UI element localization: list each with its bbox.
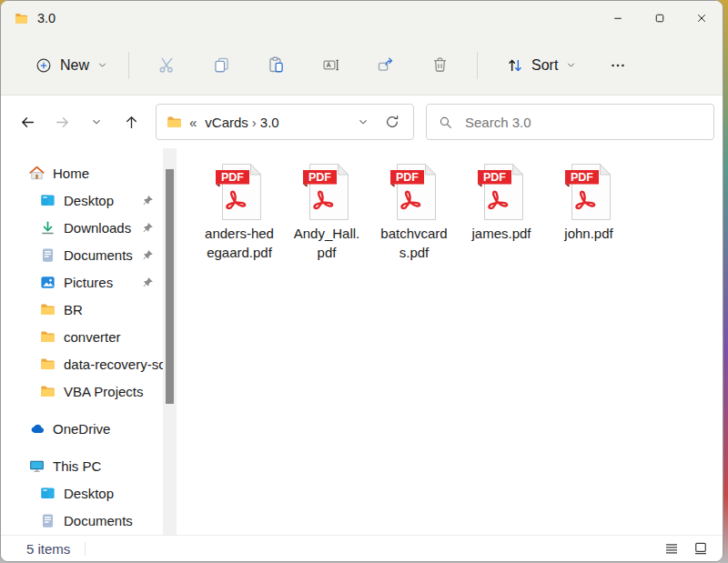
file-name-label: anders-hedegaard.pdf [205, 224, 274, 262]
chevron-down-icon [565, 59, 577, 71]
thumbnails-view-icon [693, 540, 709, 557]
close-button[interactable] [681, 1, 723, 35]
sidebar-item-label: converter [64, 329, 121, 345]
sidebar-item-vba-projects[interactable]: VBA Projects [1, 377, 163, 405]
file-name-label: batchvcards.pdf [380, 224, 447, 262]
file-batchvcards.pdf[interactable]: PDFbatchvcards.pdf [377, 163, 451, 262]
sidebar-item-br[interactable]: BR [1, 296, 163, 323]
window-title: 3.0 [37, 11, 56, 25]
file-name-label: james.pdf [471, 224, 531, 243]
address-dropdown-button[interactable] [351, 110, 375, 134]
pin-icon [141, 194, 155, 207]
content-area: HomeDesktopDownloadsDocumentsPicturesBRc… [1, 148, 723, 535]
pdf-icon: PDF [300, 163, 353, 221]
sidebar-item-label: data-recovery-so [64, 357, 163, 372]
sidebar-item-home[interactable]: Home [1, 159, 163, 186]
file-anders-hedegaard.pdf[interactable]: PDFanders-hedegaard.pdf [202, 163, 277, 262]
see-more-button[interactable] [601, 48, 635, 83]
search-input[interactable] [463, 114, 703, 131]
file-Andy_Hall.pdf[interactable]: PDFAndy_Hall.pdf [289, 163, 364, 262]
sort-button[interactable]: Sort [497, 48, 586, 83]
minimize-button[interactable] [597, 1, 639, 35]
breadcrumb-segment[interactable]: vCards [203, 115, 250, 130]
delete-button[interactable] [421, 47, 458, 84]
address-buttons [351, 110, 404, 134]
file-list-area: PDFanders-hedegaard.pdfPDFAndy_Hall.pdfP… [177, 148, 723, 535]
sort-button-label: Sort [531, 57, 558, 74]
copy-button[interactable] [203, 47, 239, 84]
pin-icon [141, 248, 155, 262]
pdf-icon: PDF [475, 163, 528, 221]
pdf-icon: PDF [388, 163, 440, 221]
status-divider [85, 542, 86, 556]
folder-icon [166, 114, 183, 131]
breadcrumb: vCards›3.0 [203, 115, 280, 130]
sidebar-scrollbar-thumb[interactable] [166, 169, 174, 404]
documents-icon [39, 246, 56, 264]
toolbar-actions [139, 47, 467, 84]
nav-buttons [10, 106, 148, 138]
sidebar-item-downloads[interactable]: Downloads [1, 214, 163, 241]
sidebar-item-this-pc[interactable]: This PC [1, 452, 163, 479]
cut-button[interactable] [148, 47, 185, 84]
toolbar-divider [477, 52, 478, 79]
sidebar-item-label: Pictures [64, 275, 113, 290]
titlebar: 3.0 [1, 1, 723, 35]
address-bar[interactable]: « vCards›3.0 [156, 104, 414, 140]
file-james.pdf[interactable]: PDFjames.pdf [464, 163, 539, 243]
sidebar-item-data-recovery-so[interactable]: data-recovery-so [1, 350, 163, 377]
refresh-button[interactable] [380, 110, 404, 134]
paste-icon [267, 55, 286, 75]
details-view-button[interactable] [661, 538, 682, 558]
chevron-down-icon [357, 116, 369, 128]
sidebar-item-label: Documents [64, 513, 133, 528]
navigation-bar: « vCards›3.0 [1, 96, 723, 148]
home-icon [28, 165, 46, 182]
sidebar-scrollbar[interactable] [163, 148, 177, 535]
pdf-icon: PDF [213, 163, 266, 221]
sidebar-item-label: Downloads [64, 220, 131, 236]
cut-icon [157, 55, 177, 75]
breadcrumb-collapsed-marker[interactable]: « [189, 115, 197, 130]
rename-button[interactable] [312, 47, 349, 84]
recent-locations-button[interactable] [79, 106, 114, 138]
sidebar-item-pictures[interactable]: Pictures [1, 268, 163, 296]
svg-text:PDF: PDF [571, 171, 593, 184]
paste-button[interactable] [258, 47, 294, 84]
sidebar-item-documents[interactable]: Documents [1, 507, 163, 534]
new-button-label: New [60, 57, 89, 74]
thispc-icon [28, 457, 46, 475]
sidebar-item-documents[interactable]: Documents [1, 241, 163, 268]
close-icon [693, 10, 710, 26]
folder-icon [39, 328, 56, 346]
large-thumbnails-view-button[interactable] [690, 538, 712, 558]
svg-text:PDF: PDF [483, 171, 506, 184]
maximize-icon [652, 10, 668, 26]
file-name-label: Andy_Hall.pdf [294, 224, 360, 262]
desktop-icon [39, 485, 56, 502]
file-explorer-window: 3.0 New Sort « vCards›3.0 [0, 0, 723, 562]
sidebar-item-onedrive[interactable]: OneDrive [1, 415, 163, 442]
search-box[interactable] [426, 104, 714, 140]
up-button[interactable] [114, 106, 148, 138]
sidebar-item-desktop[interactable]: Desktop [1, 479, 163, 507]
sidebar-item-desktop[interactable]: Desktop [1, 186, 163, 214]
share-button[interactable] [367, 47, 403, 84]
chevron-down-icon [96, 59, 108, 71]
forward-button[interactable] [45, 106, 79, 138]
minimize-icon [610, 10, 626, 26]
sidebar-item-label: Desktop [64, 193, 114, 208]
back-button[interactable] [10, 106, 45, 138]
svg-text:PDF: PDF [308, 171, 331, 184]
folder-icon [39, 383, 56, 400]
file-john.pdf[interactable]: PDFjohn.pdf [551, 163, 626, 243]
breadcrumb-segment[interactable]: 3.0 [258, 115, 281, 130]
rename-icon [321, 55, 340, 75]
maximize-button[interactable] [639, 1, 681, 35]
pin-icon [141, 221, 155, 235]
window-controls [597, 1, 723, 35]
sidebar-item-converter[interactable]: converter [1, 323, 163, 350]
arrow-left-icon [19, 114, 36, 131]
new-button[interactable]: New [25, 48, 118, 83]
onedrive-icon [28, 420, 46, 437]
